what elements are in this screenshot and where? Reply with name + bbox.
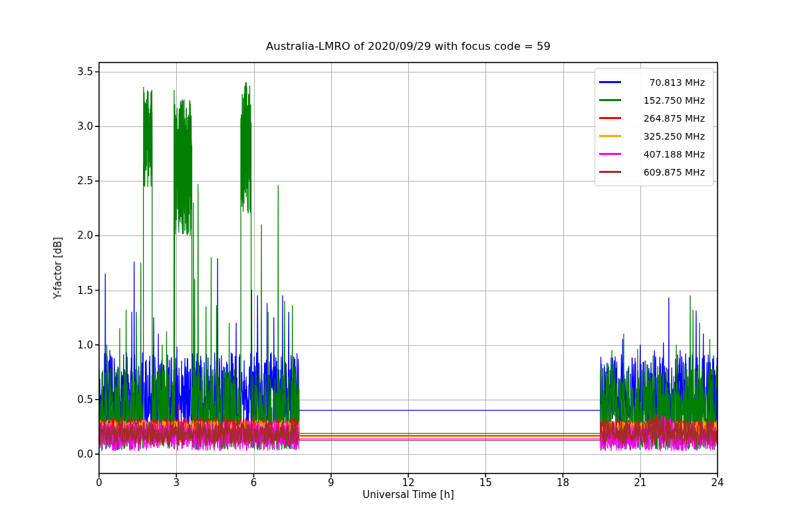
y-tick-label: 1.0 xyxy=(63,339,93,351)
y-tick-label: 0.0 xyxy=(63,448,93,460)
legend-line-icon xyxy=(599,153,621,155)
x-axis-label: Universal Time [h] xyxy=(99,489,718,501)
legend-entry: 609.875 MHz xyxy=(599,163,705,181)
legend-entry: 264.875 MHz xyxy=(599,109,705,127)
legend-label: 407.188 MHz xyxy=(628,149,705,160)
y-tick-label: 3.5 xyxy=(63,66,93,78)
x-tick-label: 6 xyxy=(234,477,274,489)
x-tick-label: 12 xyxy=(388,477,428,489)
legend-label: 325.250 MHz xyxy=(628,131,705,142)
x-tick-label: 15 xyxy=(466,477,505,489)
chart-title: Australia-LMRO of 2020/09/29 with focus … xyxy=(99,40,718,53)
x-tick-label: 0 xyxy=(79,477,119,489)
legend-line-icon xyxy=(599,99,621,101)
legend-label: 70.813 MHz xyxy=(628,77,705,88)
y-tick-label: 3.0 xyxy=(63,120,93,132)
legend-label: 152.750 MHz xyxy=(628,95,705,106)
legend-label: 609.875 MHz xyxy=(628,167,705,178)
y-tick-label: 2.0 xyxy=(63,229,93,241)
legend-label: 264.875 MHz xyxy=(628,113,705,124)
legend-entry: 325.250 MHz xyxy=(599,127,705,145)
legend-line-icon xyxy=(599,171,621,173)
x-tick-label: 3 xyxy=(156,477,196,489)
y-tick-label: 0.5 xyxy=(63,394,93,406)
y-tick-label: 2.5 xyxy=(63,175,93,187)
legend-line-icon xyxy=(599,117,621,119)
legend-entry: 407.188 MHz xyxy=(599,145,705,163)
x-tick-label: 24 xyxy=(698,477,737,489)
y-tick-label: 1.5 xyxy=(63,285,93,297)
x-tick-label: 9 xyxy=(311,477,351,489)
legend-entry: 70.813 MHz xyxy=(599,73,705,91)
chart-figure: Australia-LMRO of 2020/09/29 with focus … xyxy=(0,0,798,532)
legend: 70.813 MHz152.750 MHz264.875 MHz325.250 … xyxy=(595,68,714,186)
x-tick-label: 18 xyxy=(543,477,583,489)
legend-line-icon xyxy=(599,81,621,83)
legend-line-icon xyxy=(599,135,621,137)
x-tick-label: 21 xyxy=(620,477,660,489)
legend-entry: 152.750 MHz xyxy=(599,91,705,109)
